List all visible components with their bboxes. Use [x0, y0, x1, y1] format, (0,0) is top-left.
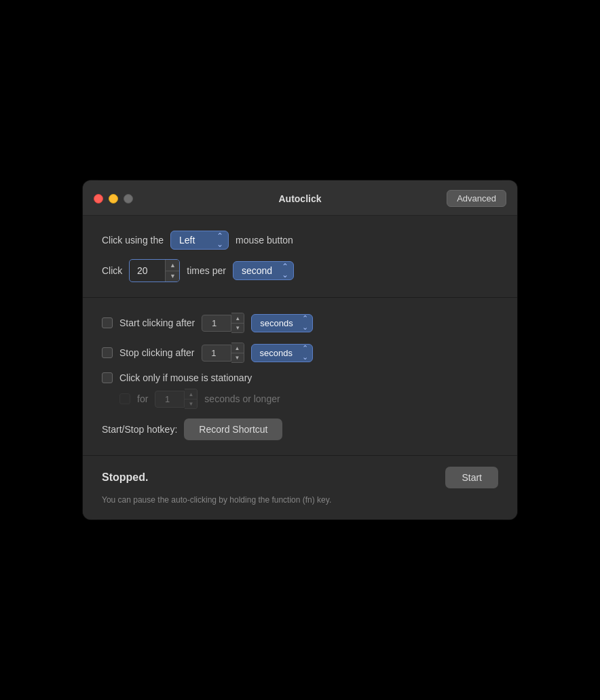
- hint-text: You can pause the auto-clicking by holdi…: [102, 494, 387, 506]
- record-shortcut-button[interactable]: Record Shortcut: [184, 419, 282, 440]
- start-value-input[interactable]: [202, 315, 231, 332]
- mouse-button-select[interactable]: Left Right Middle: [170, 231, 229, 250]
- window-title: Autoclick: [278, 193, 321, 204]
- stationary-value-wrapper: ▲ ▼: [155, 389, 198, 409]
- click-using-prefix: Click using the: [102, 235, 164, 246]
- stop-clicking-checkbox[interactable]: [102, 347, 113, 358]
- start-clicking-row: Start clicking after ▲ ▼ seconds minutes…: [102, 313, 498, 333]
- frequency-select-wrapper[interactable]: second minute ⌃⌄: [233, 261, 294, 280]
- mouse-button-row: Click using the Left Right Middle ⌃⌄ mou…: [102, 231, 498, 250]
- click-frequency-row: Click 20 ▲ ▼ times per second minute ⌃⌄: [102, 259, 498, 282]
- stop-value-up-button[interactable]: ▲: [231, 343, 244, 353]
- start-value-stepper[interactable]: ▲ ▼: [231, 313, 244, 333]
- stationary-value-stepper: ▲ ▼: [185, 389, 198, 409]
- stop-clicking-row: Stop clicking after ▲ ▼ seconds minutes …: [102, 343, 498, 363]
- stationary-suffix: seconds or longer: [204, 393, 280, 404]
- stationary-duration-row: for ▲ ▼ seconds or longer: [102, 389, 498, 409]
- stationary-value-up-button: ▲: [185, 389, 197, 399]
- stationary-value-down-button: ▼: [185, 399, 197, 408]
- stationary-for-label: for: [137, 393, 148, 404]
- mouse-button-select-wrapper[interactable]: Left Right Middle ⌃⌄: [170, 231, 229, 250]
- minimize-button[interactable]: [109, 194, 118, 203]
- click-settings-section: Click using the Left Right Middle ⌃⌄ mou…: [83, 216, 517, 297]
- stop-value-down-button[interactable]: ▼: [231, 353, 244, 362]
- advanced-button[interactable]: Advanced: [447, 190, 506, 207]
- start-unit-select[interactable]: seconds minutes hours: [251, 314, 313, 332]
- maximize-button[interactable]: [124, 194, 133, 203]
- stop-clicking-label: Stop clicking after: [119, 347, 195, 358]
- stop-value-wrapper[interactable]: ▲ ▼: [202, 343, 244, 363]
- click-times-stepper[interactable]: ▲ ▼: [165, 260, 179, 281]
- titlebar: Autoclick Advanced: [83, 180, 517, 216]
- click-times-input[interactable]: 20: [130, 262, 165, 279]
- status-text: Stopped.: [102, 471, 148, 484]
- stop-value-input[interactable]: [202, 345, 231, 362]
- status-section: Stopped. Start You can pause the auto-cl…: [83, 455, 517, 520]
- stop-value-stepper[interactable]: ▲ ▼: [231, 343, 244, 363]
- frequency-select[interactable]: second minute: [233, 261, 294, 280]
- start-unit-wrapper[interactable]: seconds minutes hours ⌃⌄: [251, 314, 313, 332]
- hotkey-row: Start/Stop hotkey: Record Shortcut: [102, 419, 498, 440]
- stationary-row: Click only if mouse is stationary: [102, 372, 498, 383]
- stationary-for-checkbox[interactable]: [119, 393, 130, 404]
- mouse-button-suffix: mouse button: [236, 235, 293, 246]
- stop-unit-wrapper[interactable]: seconds minutes hours ⌃⌄: [251, 344, 313, 362]
- stationary-checkbox[interactable]: [102, 372, 113, 383]
- start-value-up-button[interactable]: ▲: [231, 313, 244, 323]
- click-times-up-button[interactable]: ▲: [166, 260, 179, 271]
- start-button[interactable]: Start: [445, 467, 498, 488]
- close-button[interactable]: [94, 194, 103, 203]
- hotkey-label: Start/Stop hotkey:: [102, 424, 177, 435]
- click-label: Click: [102, 265, 122, 276]
- times-per-label: times per: [187, 265, 226, 276]
- main-window: Autoclick Advanced Click using the Left …: [83, 180, 517, 520]
- stationary-value-input: [155, 391, 185, 408]
- start-value-wrapper[interactable]: ▲ ▼: [202, 313, 244, 333]
- click-times-down-button[interactable]: ▼: [166, 271, 179, 281]
- stop-unit-select[interactable]: seconds minutes hours: [251, 344, 313, 362]
- status-row: Stopped. Start: [102, 467, 498, 488]
- stationary-section: Click only if mouse is stationary for ▲ …: [102, 372, 498, 409]
- start-value-down-button[interactable]: ▼: [231, 323, 244, 332]
- stationary-label: Click only if mouse is stationary: [119, 372, 252, 383]
- start-clicking-label: Start clicking after: [119, 317, 195, 328]
- timing-section: Start clicking after ▲ ▼ seconds minutes…: [83, 297, 517, 455]
- traffic-lights: [94, 194, 133, 203]
- start-clicking-checkbox[interactable]: [102, 317, 113, 328]
- click-times-input-wrapper[interactable]: 20 ▲ ▼: [129, 259, 180, 282]
